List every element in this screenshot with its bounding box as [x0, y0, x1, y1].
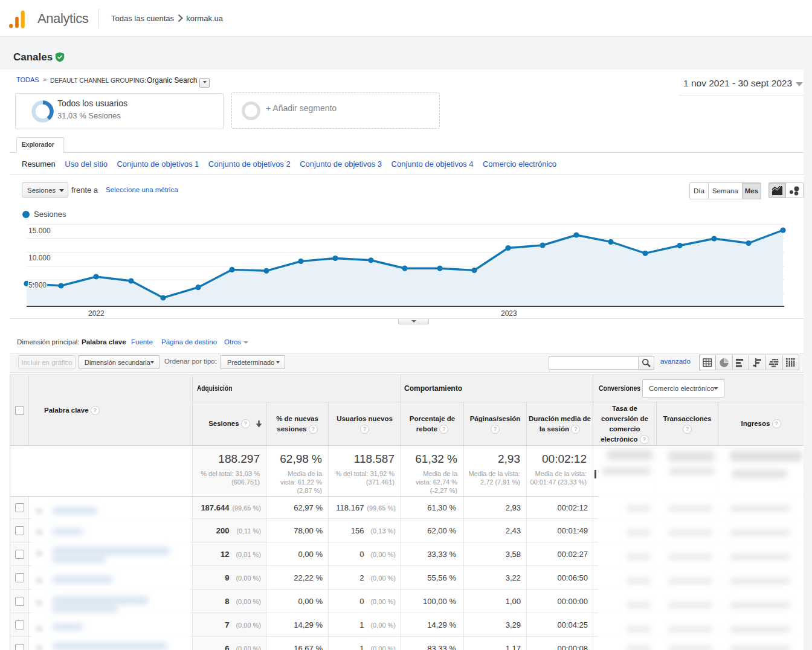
svg-text:10.000: 10.000 — [28, 254, 51, 262]
svg-text:2023: 2023 — [501, 309, 517, 318]
svg-text:2022: 2022 — [88, 309, 105, 318]
svg-text:5.000: 5.000 — [28, 281, 47, 289]
svg-text:15.000: 15.000 — [28, 227, 51, 235]
